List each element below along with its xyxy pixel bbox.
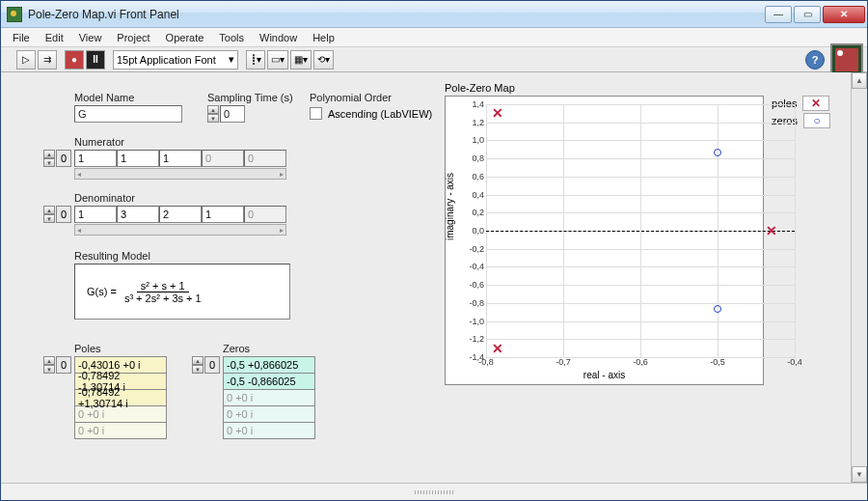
pole-marker: ✕ (766, 225, 777, 237)
zeros-array[interactable]: -0,5 +0,866025-0,5 -0,8660250 +0 i0 +0 i… (223, 356, 315, 438)
abort-button[interactable]: ● (65, 50, 84, 70)
menu-operate[interactable]: Operate (158, 30, 212, 45)
list-item[interactable]: 0 +0 i (223, 389, 315, 406)
menubar: File Edit View Project Operate Tools Win… (1, 28, 867, 47)
titlebar[interactable]: Pole-Zero Map.vi Front Panel — ▭ ✕ (1, 1, 867, 28)
scroll-up-icon[interactable]: ▲ (852, 72, 867, 89)
minimize-button[interactable]: — (765, 6, 792, 23)
denominator-array[interactable]: 13210 (74, 206, 286, 223)
poles-label: Poles (74, 343, 101, 354)
list-item[interactable]: 0 +0 i (223, 422, 315, 439)
scroll-down-icon[interactable]: ▼ (852, 466, 867, 483)
sampling-time-spinner[interactable]: ▲▼ (207, 105, 219, 123)
denominator-scrollbar[interactable]: ◂▸ (74, 224, 286, 236)
menu-tools[interactable]: Tools (211, 30, 252, 45)
numerator-index[interactable]: 0 (56, 150, 71, 167)
reorder-button[interactable]: ⟲▾ (313, 50, 334, 70)
menu-view[interactable]: View (71, 30, 110, 45)
legend-poles[interactable]: poles✕ (772, 96, 830, 111)
content-area: Model Name G Sampling Time (s) ▲▼ 0 Poly… (1, 72, 867, 483)
statusbar (1, 483, 867, 500)
zero-marker (714, 305, 721, 313)
list-item[interactable]: 0 +0 i (223, 405, 315, 423)
front-panel: Model Name G Sampling Time (s) ▲▼ 0 Poly… (1, 72, 840, 483)
poles-index[interactable]: 0 (56, 356, 71, 374)
zeros-label: Zeros (223, 343, 250, 354)
menu-project[interactable]: Project (109, 30, 157, 45)
list-item[interactable]: -0,5 -0,866025 (223, 373, 315, 390)
list-item[interactable]: 0 +0 i (74, 422, 167, 439)
maximize-button[interactable]: ▭ (794, 6, 821, 23)
resize-button[interactable]: ▦▾ (290, 50, 312, 70)
align-button[interactable]: ┋▾ (246, 50, 265, 70)
vertical-scrollbar[interactable]: ▲ ▼ (851, 72, 867, 483)
run-cont-button[interactable]: ⇉ (38, 50, 57, 70)
poles-array[interactable]: -0,43016 +0 i-0,78492 -1,30714 i-0,78492… (74, 356, 167, 438)
zero-marker (714, 149, 721, 156)
list-item[interactable]: -0,5 +0,866025 (223, 356, 315, 374)
poles-index-spinner[interactable]: ▲▼ (43, 356, 55, 374)
zeros-index[interactable]: 0 (204, 356, 220, 374)
distribute-button[interactable]: ▭▾ (267, 50, 288, 70)
sampling-time-label: Sampling Time (s) (207, 92, 293, 103)
pause-button[interactable]: II (86, 50, 105, 70)
app-window: Pole-Zero Map.vi Front Panel — ▭ ✕ File … (0, 0, 868, 501)
array-cell[interactable]: 0 (202, 150, 244, 167)
zeros-index-spinner[interactable]: ▲▼ (192, 356, 203, 374)
poly-order-label: Polynomial Order (310, 92, 392, 103)
menu-file[interactable]: File (5, 30, 38, 45)
numerator-index-spinner[interactable]: ▲▼ (43, 150, 55, 167)
pole-marker: ✕ (492, 107, 503, 119)
legend-zeros-swatch: ○ (803, 113, 830, 128)
pole-zero-chart[interactable]: -1,4-1,2-1,0-0,8-0,6-0,4-0,20,00,20,40,6… (445, 96, 764, 385)
array-cell[interactable]: 2 (159, 206, 202, 223)
window-title: Pole-Zero Map.vi Front Panel (28, 8, 765, 21)
run-button[interactable]: ▷ (16, 50, 36, 70)
array-cell[interactable]: 3 (117, 206, 159, 223)
array-cell[interactable]: 1 (117, 150, 159, 167)
checkbox-box[interactable] (310, 107, 322, 120)
close-button[interactable]: ✕ (823, 6, 865, 23)
denominator-index-spinner[interactable]: ▲▼ (43, 206, 55, 223)
model-name-label: Model Name (74, 92, 134, 103)
array-cell[interactable]: 0 (244, 206, 286, 223)
chart-container: Pole-Zero Map -1,4-1,2-1,0-0,8-0,6-0,4-0… (445, 82, 830, 385)
chart-title: Pole-Zero Map (445, 82, 830, 94)
resulting-label: Resulting Model (74, 250, 150, 262)
legend-zeros[interactable]: zeros○ (772, 113, 830, 128)
ascending-label: Ascending (LabVIEW) (328, 108, 432, 120)
font-selector[interactable]: 15pt Application Font▾ (113, 50, 238, 70)
menu-edit[interactable]: Edit (38, 30, 71, 45)
toolbar: ▷ ⇉ ● II 15pt Application Font▾ ┋▾ ▭▾ ▦▾… (1, 47, 867, 72)
help-icon[interactable]: ? (805, 50, 825, 70)
resize-grip[interactable] (415, 490, 453, 494)
array-cell[interactable]: 1 (159, 150, 202, 167)
resulting-model-display: G(s) = s² + s + 1s³ + 2s² + 3s + 1 (74, 264, 290, 320)
denominator-index[interactable]: 0 (56, 206, 71, 223)
pole-marker: ✕ (492, 343, 503, 354)
numerator-scrollbar[interactable]: ◂▸ (74, 168, 286, 180)
numerator-array[interactable]: 11100 (74, 150, 286, 167)
model-name-input[interactable]: G (74, 105, 182, 123)
vi-icon[interactable] (830, 43, 863, 76)
app-icon (7, 7, 22, 22)
menu-window[interactable]: Window (252, 30, 305, 45)
menu-help[interactable]: Help (305, 30, 342, 45)
sampling-time-input[interactable]: 0 (220, 105, 245, 123)
list-item[interactable]: -0,78492 +1,30714 i (74, 389, 167, 406)
array-cell[interactable]: 1 (74, 150, 117, 167)
numerator-label: Numerator (74, 136, 124, 148)
array-cell[interactable]: 0 (244, 150, 286, 167)
array-cell[interactable]: 1 (202, 206, 244, 223)
array-cell[interactable]: 1 (74, 206, 117, 223)
ascending-checkbox[interactable]: Ascending (LabVIEW) (310, 107, 432, 120)
denominator-label: Denominator (74, 192, 135, 204)
legend-poles-swatch: ✕ (802, 96, 829, 111)
